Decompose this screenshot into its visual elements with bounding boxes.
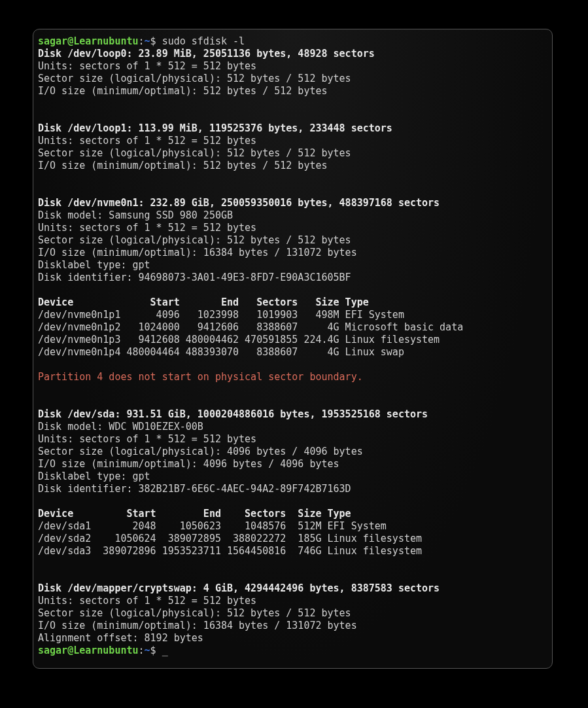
- prompt-path: ~: [145, 35, 150, 47]
- disk-sda-model: Disk model: WDC WD10EZEX-00B: [38, 421, 203, 433]
- nvme-table-header: Device Start End Sectors Size Type: [38, 296, 369, 308]
- disk-nvme-model: Disk model: Samsung SSD 980 250GB: [38, 209, 233, 221]
- prompt2-host: Learnubuntu: [73, 645, 138, 656]
- nvme-part-3: /dev/nvme0n1p3 9412608 480004462 4705918…: [38, 334, 440, 345]
- sda-part-2: /dev/sda2 1050624 389072895 388022272 18…: [38, 533, 422, 544]
- disk-nvme-label: Disklabel type: gpt: [38, 259, 150, 271]
- disk-nvme-header: Disk /dev/nvme0n1: 232.89 GiB, 250059350…: [38, 197, 440, 209]
- nvme-part-2: /dev/nvme0n1p2 1024000 9412606 8388607 4…: [38, 321, 463, 333]
- disk-sda-header: Disk /dev/sda: 931.51 GiB, 1000204886016…: [38, 408, 428, 420]
- terminal-window: sagar@Learnubuntu:~$ sudo sfdisk -l Disk…: [33, 29, 553, 669]
- disk-nvme-sector: Sector size (logical/physical): 512 byte…: [38, 234, 351, 246]
- disk-loop1-units: Units: sectors of 1 * 512 = 512 bytes: [38, 135, 256, 147]
- prompt-at: @: [67, 35, 73, 47]
- disk-sda-label: Disklabel type: gpt: [38, 470, 150, 482]
- disk-loop0-header: Disk /dev/loop0: 23.89 MiB, 25051136 byt…: [38, 48, 375, 60]
- disk-nvme-units: Units: sectors of 1 * 512 = 512 bytes: [38, 222, 256, 234]
- disk-loop1-io: I/O size (minimum/optimal): 512 bytes / …: [38, 160, 328, 171]
- disk-crypt-units: Units: sectors of 1 * 512 = 512 bytes: [38, 595, 256, 607]
- disk-loop0-io: I/O size (minimum/optimal): 512 bytes / …: [38, 85, 328, 97]
- nvme-part-1: /dev/nvme0n1p1 4096 1023998 1019903 498M…: [38, 309, 404, 321]
- terminal-output[interactable]: sagar@Learnubuntu:~$ sudo sfdisk -l Disk…: [33, 29, 552, 663]
- sda-part-3: /dev/sda3 389072896 1953523711 156445081…: [38, 545, 422, 557]
- disk-sda-io: I/O size (minimum/optimal): 4096 bytes /…: [38, 458, 339, 470]
- disk-nvme-io: I/O size (minimum/optimal): 16384 bytes …: [38, 247, 357, 258]
- disk-crypt-io: I/O size (minimum/optimal): 16384 bytes …: [38, 620, 357, 631]
- prompt2-at: @: [67, 645, 73, 656]
- prompt-user: sagar: [38, 35, 67, 47]
- sda-table-header: Device Start End Sectors Size Type: [38, 508, 351, 520]
- disk-loop1-header: Disk /dev/loop1: 113.99 MiB, 119525376 b…: [38, 122, 392, 134]
- prompt2-dollar: $: [150, 645, 156, 656]
- cursor[interactable]: _: [162, 645, 168, 657]
- disk-crypt-sector: Sector size (logical/physical): 512 byte…: [38, 607, 351, 619]
- disk-crypt-header: Disk /dev/mapper/cryptswap: 4 GiB, 42944…: [38, 582, 440, 594]
- disk-sda-ident: Disk identifier: 382B21B7-6E6C-4AEC-94A2…: [38, 483, 351, 495]
- disk-sda-units: Units: sectors of 1 * 512 = 512 bytes: [38, 433, 256, 445]
- command-text: sudo sfdisk -l: [156, 35, 245, 47]
- prompt-host: Learnubuntu: [73, 35, 138, 47]
- disk-loop0-sector: Sector size (logical/physical): 512 byte…: [38, 73, 351, 84]
- prompt-colon: :: [139, 35, 145, 47]
- disk-nvme-ident: Disk identifier: 94698073-3A01-49E3-8FD7…: [38, 272, 351, 283]
- prompt2-path: ~: [145, 645, 150, 656]
- disk-loop1-sector: Sector size (logical/physical): 512 byte…: [38, 147, 351, 159]
- nvme-part-4: /dev/nvme0n1p4 480004464 488393070 83886…: [38, 346, 404, 358]
- disk-sda-sector: Sector size (logical/physical): 4096 byt…: [38, 446, 363, 457]
- disk-loop0-units: Units: sectors of 1 * 512 = 512 bytes: [38, 60, 256, 72]
- prompt2-colon: :: [139, 645, 145, 656]
- prompt2-user: sagar: [38, 645, 67, 656]
- sda-part-1: /dev/sda1 2048 1050623 1048576 512M EFI …: [38, 520, 387, 532]
- disk-crypt-align: Alignment offset: 8192 bytes: [38, 632, 203, 644]
- partition-warning: Partition 4 does not start on physical s…: [38, 371, 363, 383]
- prompt-dollar: $: [150, 35, 156, 47]
